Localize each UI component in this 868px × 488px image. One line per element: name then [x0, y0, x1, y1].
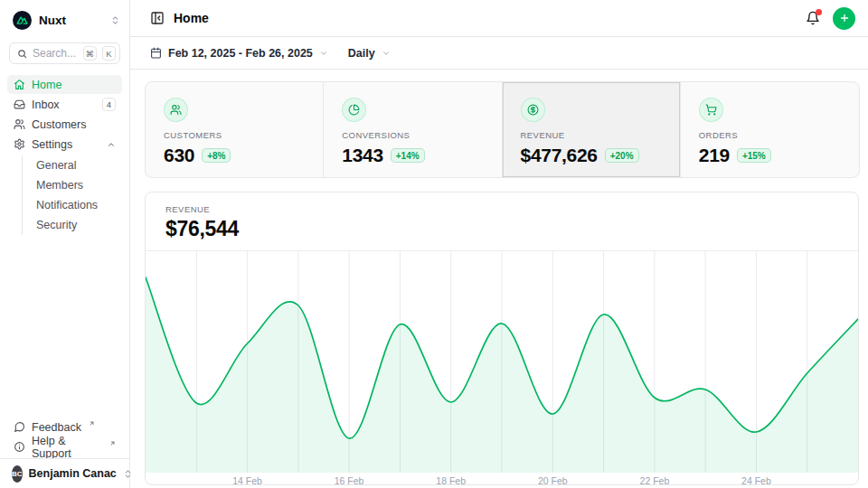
info-circle-icon — [14, 441, 25, 453]
sidebar-item-home[interactable]: Home — [7, 75, 122, 94]
chart-total-value: $76,544 — [165, 217, 838, 241]
chart-header: REVENUE $76,544 — [146, 192, 858, 251]
help-support-link[interactable]: Help & Support — [7, 437, 122, 456]
workspace-switcher[interactable]: Nuxt — [0, 0, 129, 31]
sidebar-item-settings[interactable]: Settings — [7, 135, 122, 154]
subnav-label: General — [36, 159, 76, 172]
period-select[interactable]: Daily — [348, 47, 391, 60]
svg-text:20 Feb: 20 Feb — [538, 475, 568, 485]
notification-dot — [816, 9, 822, 15]
sidebar-item-label: Customers — [32, 118, 116, 131]
sidebar-nav: Home Inbox 4 Customers Settings Genera — [0, 75, 129, 235]
stat-value: 1343 — [342, 145, 383, 166]
sidebar-footer: Feedback Help & Support — [0, 417, 129, 457]
plus-icon — [839, 13, 850, 23]
revenue-chart-card: REVENUE $76,544 14 Feb16 Feb18 Feb20 Feb… — [145, 192, 859, 485]
panel-left-close-icon[interactable] — [150, 11, 165, 25]
kbd-meta: ⌘ — [83, 46, 98, 61]
avatar: BC — [12, 465, 23, 483]
sidebar-item-customers[interactable]: Customers — [7, 115, 122, 134]
settings-subnav: General Members Notifications Security — [22, 155, 129, 235]
sidebar-item-inbox[interactable]: Inbox 4 — [7, 95, 122, 114]
external-link-icon — [109, 440, 116, 446]
stat-card-conversions[interactable]: CONVERSIONS 1343 +14% — [324, 82, 502, 177]
footer-link-label: Help & Support — [32, 435, 102, 460]
stat-label: ORDERS — [699, 130, 841, 140]
message-circle-icon — [14, 421, 25, 433]
users-icon — [164, 98, 188, 122]
stat-delta-badge: +20% — [605, 148, 639, 163]
main-header: Home — [130, 0, 868, 37]
external-link-icon — [89, 420, 95, 427]
kbd-k: K — [102, 46, 116, 61]
toolbar: Feb 12, 2025 - Feb 26, 2025 Daily — [130, 37, 868, 70]
svg-text:18 Feb: 18 Feb — [436, 475, 466, 485]
search-placeholder: Search... — [33, 47, 78, 60]
user-name: Benjamin Canac — [29, 467, 117, 480]
sidebar-item-label: Inbox — [32, 99, 96, 111]
stat-value: 219 — [699, 145, 730, 166]
svg-text:14 Feb: 14 Feb — [232, 475, 262, 485]
chevron-up-down-icon — [110, 15, 120, 25]
sidebar-item-notifications[interactable]: Notifications — [23, 195, 129, 215]
inbox-count-badge: 4 — [102, 98, 116, 111]
sidebar-item-label: Home — [32, 79, 116, 91]
user-menu[interactable]: BC Benjamin Canac — [0, 458, 129, 488]
workspace-name: Nuxt — [39, 14, 103, 27]
stat-label: CUSTOMERS — [164, 130, 305, 140]
date-range-picker[interactable]: Feb 12, 2025 - Feb 26, 2025 — [150, 47, 328, 60]
stat-label: CONVERSIONS — [342, 130, 483, 140]
search-icon — [17, 49, 27, 59]
sidebar-item-members[interactable]: Members — [23, 175, 129, 195]
circle-dollar-icon — [521, 98, 545, 122]
stat-card-customers[interactable]: CUSTOMERS 630 +8% — [146, 82, 324, 177]
chevron-down-icon — [382, 49, 391, 58]
chevron-up-down-icon — [123, 469, 133, 479]
nuxt-logo-icon — [13, 11, 32, 30]
pie-chart-icon — [342, 98, 366, 122]
calendar-icon — [150, 47, 162, 59]
sidebar-item-general[interactable]: General — [23, 155, 129, 175]
users-icon — [14, 118, 25, 130]
sidebar: Nuxt Search... ⌘ K Home Inbox 4 — [0, 0, 130, 488]
chart-metric-label: REVENUE — [165, 204, 838, 214]
stat-delta-badge: +14% — [391, 148, 425, 163]
footer-link-label: Feedback — [32, 421, 81, 434]
svg-text:16 Feb: 16 Feb — [335, 475, 364, 485]
search-input[interactable]: Search... ⌘ K — [9, 42, 120, 64]
inbox-icon — [14, 99, 25, 110]
shopping-cart-icon — [699, 98, 723, 122]
stat-value: $477,626 — [521, 145, 598, 166]
subnav-label: Security — [36, 219, 77, 231]
svg-text:22 Feb: 22 Feb — [640, 475, 670, 485]
subnav-label: Members — [36, 179, 83, 192]
add-button[interactable] — [833, 7, 855, 30]
subnav-label: Notifications — [36, 199, 98, 211]
stat-card-orders[interactable]: ORDERS 219 +15% — [681, 82, 859, 177]
period-label: Daily — [348, 47, 375, 60]
sidebar-item-label: Settings — [32, 138, 100, 151]
date-range-label: Feb 12, 2025 - Feb 26, 2025 — [168, 47, 313, 60]
notifications-button[interactable] — [806, 11, 820, 25]
stat-card-revenue[interactable]: REVENUE $477,626 +20% — [503, 82, 681, 177]
stat-delta-badge: +15% — [737, 148, 771, 163]
stats-row: CUSTOMERS 630 +8% CONVERSIONS 1343 +14% … — [145, 81, 860, 178]
home-icon — [14, 79, 25, 90]
page-title: Home — [174, 11, 806, 25]
revenue-area-chart[interactable]: 14 Feb16 Feb18 Feb20 Feb22 Feb24 Feb — [146, 251, 858, 485]
stat-delta-badge: +8% — [202, 148, 231, 163]
svg-text:24 Feb: 24 Feb — [741, 475, 771, 485]
stat-label: REVENUE — [521, 130, 662, 140]
chevron-down-icon — [319, 49, 328, 58]
chevron-up-icon — [107, 140, 116, 149]
stat-value: 630 — [164, 145, 194, 166]
sidebar-item-security[interactable]: Security — [23, 215, 129, 235]
gear-icon — [14, 138, 25, 150]
